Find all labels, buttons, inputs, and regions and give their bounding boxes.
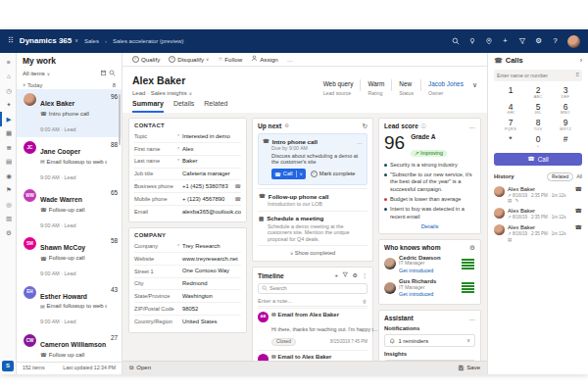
show-completed-toggle[interactable]: ∨ Show completed: [258, 245, 368, 257]
dialpad-key-1[interactable]: 1: [497, 86, 524, 100]
active-activity-card[interactable]: ☎Intro phone call… Due by 9:00 AM Discus…: [258, 133, 368, 185]
collapse-chevron-icon[interactable]: ∨: [23, 82, 25, 87]
list-item[interactable]: Alex Baker ☎Intro phone call 9:00 AM · L…: [17, 89, 122, 137]
dialer-search[interactable]: ⠿: [494, 70, 582, 81]
search-icon[interactable]: [109, 70, 116, 78]
chevron-down-icon[interactable]: ∨: [466, 338, 470, 344]
tab-related[interactable]: Related: [204, 100, 227, 113]
call-back-icon[interactable]: ☎: [575, 208, 582, 215]
more-icon[interactable]: …: [468, 122, 475, 130]
phone-icon[interactable]: ☎: [234, 183, 241, 189]
location-pin-icon[interactable]: [484, 37, 493, 46]
tab-details[interactable]: Details: [173, 100, 194, 113]
note-input-row[interactable]: [258, 296, 368, 307]
dialpad-key-9[interactable]: 9WXYZ: [552, 119, 579, 132]
collapse-panel-icon[interactable]: ›: [580, 57, 582, 65]
list-item[interactable]: CW Cameron Williamson ☎Follow up call 9:…: [17, 330, 122, 362]
more-commands-button[interactable]: …: [287, 56, 293, 63]
country-field[interactable]: United States: [182, 318, 241, 325]
mark-complete-button[interactable]: ✓Mark complete: [311, 171, 356, 177]
dialpad-key-7[interactable]: 7PQRS: [497, 119, 524, 132]
dialpad-key-star[interactable]: *: [497, 135, 524, 149]
group-header-today[interactable]: ∨ Today 8: [17, 80, 122, 90]
brand-title[interactable]: Dynamics 365: [20, 36, 72, 45]
all-items-filter[interactable]: All items: [23, 71, 45, 77]
phone-icon[interactable]: ☎: [234, 196, 241, 202]
list-item[interactable]: WW Wade Warren ☎Follow-up call 9:00 AM ·…: [17, 186, 122, 234]
pinned-icon[interactable]: ✦: [0, 98, 16, 113]
save-button[interactable]: Save: [458, 365, 480, 371]
timeline-entry[interactable]: AB ✉Email from Alex Baker Hi there, than…: [258, 308, 368, 349]
activities-icon[interactable]: ≣: [0, 140, 16, 155]
settings-icon[interactable]: ⚙: [469, 244, 475, 252]
more-icon[interactable]: ⋮: [362, 272, 368, 279]
call-button[interactable]: ☎Call∨: [271, 169, 306, 179]
dialpad-key-hash[interactable]: #: [552, 135, 579, 149]
city-field[interactable]: Redmond: [182, 280, 241, 287]
attach-icon[interactable]: [362, 291, 368, 309]
call-options-chevron-icon[interactable]: ∨: [300, 172, 303, 176]
disqualify-button[interactable]: ×Disqualify∨: [169, 56, 209, 63]
contacts-icon[interactable]: ◉: [0, 169, 16, 183]
dialpad-key-2[interactable]: 2ABC: [524, 86, 552, 100]
more-icon[interactable]: …: [357, 138, 363, 145]
search-icon[interactable]: [451, 37, 460, 46]
lightbulb-icon[interactable]: [467, 37, 476, 46]
email-field[interactable]: alexba365@outlook.com: [182, 209, 241, 216]
reminders-card[interactable]: 1 reminders∨: [384, 334, 475, 347]
call-history-item[interactable]: Alex Baker ↗ 8/16/19 · 2:35 PM · 1m 12s …: [494, 208, 582, 220]
settings-icon[interactable]: ⚙: [0, 225, 16, 240]
website-field[interactable]: www.treyresearch.net: [182, 256, 241, 263]
open-button[interactable]: Open: [136, 365, 151, 371]
company-field[interactable]: Trey Research: [182, 243, 241, 250]
business-phone-field[interactable]: +1 (425) 5380783: [182, 183, 232, 190]
get-introduced-link[interactable]: Get introduced: [399, 268, 459, 273]
filter-related-pill[interactable]: Related: [547, 172, 573, 181]
assign-button[interactable]: Assign: [251, 55, 278, 63]
activity-item[interactable]: ☎Follow-up phone call Introduction to ou…: [258, 188, 368, 211]
call-history-item[interactable]: Alex Baker ↗ 8/16/19 · 2:35 PM · 1m 12s …: [494, 224, 582, 242]
state-field[interactable]: Washington: [182, 293, 241, 300]
dialpad-key-0[interactable]: 0+: [524, 135, 552, 149]
call-history-item[interactable]: Alex Baker ↗ 8/16/19 · 2:35 PM · 1m 12s …: [494, 186, 582, 204]
filter-icon[interactable]: [342, 271, 349, 279]
timeline-entry[interactable]: ✉Email to Alex Baker Hi there, thanks fo…: [258, 350, 368, 361]
menu-icon[interactable]: ≡: [0, 55, 16, 70]
form-selector[interactable]: Lead · Sales insights∨: [132, 90, 192, 97]
quotes-icon[interactable]: ▥: [0, 212, 16, 226]
breadcrumb-sales[interactable]: Sales: [84, 38, 99, 45]
filter-chevron-icon[interactable]: ∨: [47, 72, 50, 76]
follow-button[interactable]: ☆Follow: [218, 56, 242, 63]
settings-gear-icon[interactable]: ⚙: [534, 37, 543, 46]
user-avatar[interactable]: [567, 35, 580, 48]
quick-create-icon[interactable]: +: [501, 37, 510, 46]
dialpad-key-5[interactable]: 5JKL: [524, 103, 552, 117]
dialpad-key-4[interactable]: 4GHI: [497, 103, 524, 117]
settings-icon[interactable]: ⚙: [284, 123, 288, 129]
mobile-phone-field[interactable]: + (123) 4567890: [182, 196, 232, 203]
scrollbar[interactable]: [119, 94, 122, 145]
list-item[interactable]: EH Esther Howard ✉Email followup to web …: [17, 282, 122, 330]
dashboards-icon[interactable]: ▦: [0, 126, 16, 141]
timeline-search-input[interactable]: [270, 285, 364, 291]
call-back-icon[interactable]: ☎: [575, 186, 582, 193]
filter-all-pill[interactable]: All: [576, 174, 582, 180]
dialpad-key-8[interactable]: 8TUV: [524, 119, 552, 132]
accounts-icon[interactable]: ▤: [0, 155, 16, 170]
get-introduced-link[interactable]: Get introduced: [399, 291, 459, 297]
last-name-field[interactable]: Baker: [182, 158, 241, 165]
info-icon[interactable]: ⓘ: [421, 123, 426, 129]
qualify-button[interactable]: ✓Qualify: [132, 56, 160, 63]
dial-call-button[interactable]: ☎Call: [494, 153, 582, 166]
dialpad-key-6[interactable]: 6MNO: [552, 103, 579, 117]
street-field[interactable]: One Contoso Way: [182, 268, 241, 274]
filter-icon[interactable]: [517, 37, 526, 46]
settings-icon[interactable]: ⚙: [353, 272, 358, 279]
add-icon[interactable]: +: [335, 272, 339, 279]
tab-summary[interactable]: Summary: [132, 100, 164, 113]
first-name-field[interactable]: Alex: [182, 146, 241, 153]
dialpad-key-3[interactable]: 3DEF: [552, 86, 579, 100]
timeline-search[interactable]: [258, 283, 368, 294]
recent-icon[interactable]: ◷: [0, 83, 16, 98]
list-item[interactable]: SM Shawn McCoy ☎Follow-up call 9:00 AM ·…: [17, 234, 122, 282]
